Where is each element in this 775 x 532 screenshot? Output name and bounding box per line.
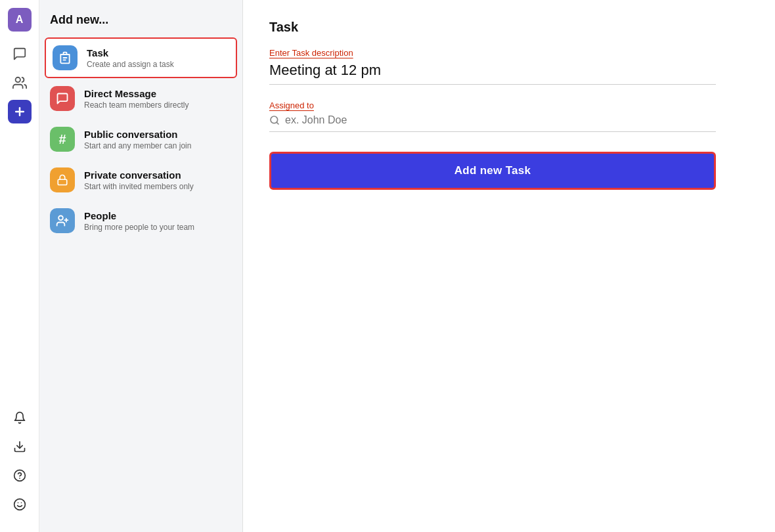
- chat-icon[interactable]: [8, 42, 32, 66]
- task-desc: Create and assign a task: [87, 60, 174, 69]
- assigned-to-group: Assigned to: [269, 100, 749, 132]
- private-desc: Start with invited members only: [84, 182, 194, 191]
- dm-label: Direct Message: [84, 88, 188, 99]
- svg-point-0: [15, 78, 20, 82]
- sidebar-title: Add new...: [39, 13, 242, 37]
- add-task-button[interactable]: Add new Task: [269, 152, 716, 190]
- add-icon[interactable]: [8, 100, 32, 123]
- private-label: Private conversation: [84, 169, 194, 181]
- dm-desc: Reach team members directly: [84, 100, 188, 110]
- people-label: People: [84, 210, 194, 221]
- dm-icon: [50, 86, 75, 111]
- people-icon: [50, 208, 75, 233]
- svg-line-17: [277, 122, 278, 124]
- task-text: Task Create and assign a task: [87, 47, 174, 69]
- public-icon: #: [50, 127, 75, 152]
- people-desc: Bring more people to your team: [84, 223, 194, 232]
- task-description-value[interactable]: Meeting at 12 pm: [269, 62, 716, 85]
- task-icon: [53, 45, 78, 70]
- avatar[interactable]: A: [8, 8, 32, 32]
- task-label: Task: [87, 47, 174, 58]
- private-text: Private conversation Start with invited …: [84, 169, 194, 191]
- public-text: Public conversation Start and any member…: [84, 129, 191, 150]
- task-description-group: Enter Task description Meeting at 12 pm: [269, 48, 749, 85]
- icon-bar: A: [0, 0, 39, 532]
- sidebar-item-public[interactable]: # Public conversation Start and any memb…: [39, 119, 242, 160]
- assigned-to-input[interactable]: [285, 114, 716, 126]
- people-text: People Bring more people to your team: [84, 210, 194, 232]
- svg-point-6: [14, 499, 25, 510]
- assigned-to-label: Assigned to: [269, 100, 749, 110]
- bell-icon[interactable]: [8, 406, 32, 430]
- sidebar-item-private[interactable]: Private conversation Start with invited …: [39, 160, 242, 200]
- sidebar: Add new... Task Create and assign a task…: [39, 0, 243, 532]
- help-icon[interactable]: [8, 464, 32, 487]
- mood-icon[interactable]: [8, 493, 32, 516]
- page-title: Task: [269, 20, 749, 35]
- main-content: Task Enter Task description Meeting at 1…: [243, 0, 775, 532]
- icon-bar-bottom: [8, 406, 32, 524]
- download-icon[interactable]: [8, 435, 32, 458]
- private-icon: [50, 167, 75, 192]
- svg-point-13: [58, 216, 63, 221]
- assigned-search-field: [269, 114, 716, 132]
- public-desc: Start and any member can join: [84, 141, 191, 150]
- sidebar-item-task[interactable]: Task Create and assign a task: [45, 37, 237, 78]
- svg-rect-12: [58, 179, 67, 185]
- contacts-icon[interactable]: [8, 71, 32, 95]
- sidebar-item-dm[interactable]: Direct Message Reach team members direct…: [39, 78, 242, 119]
- public-label: Public conversation: [84, 129, 191, 140]
- sidebar-item-people[interactable]: People Bring more people to your team: [39, 200, 242, 241]
- search-icon: [269, 115, 280, 125]
- task-description-label: Enter Task description: [269, 48, 749, 58]
- dm-text: Direct Message Reach team members direct…: [84, 88, 188, 110]
